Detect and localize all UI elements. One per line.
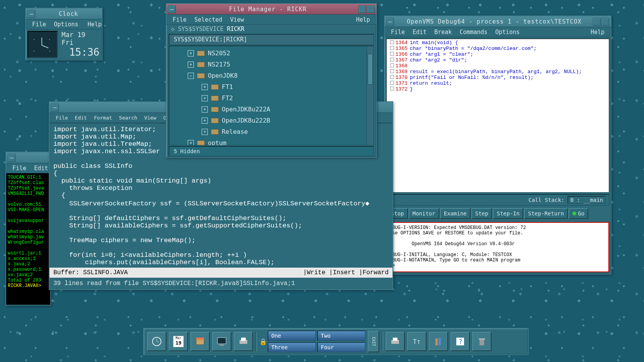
expander-icon[interactable]: + — [202, 95, 208, 101]
clock-titlebar[interactable]: – Clock — [26, 9, 102, 19]
eve-menu-view[interactable]: View — [141, 114, 159, 121]
lock-icon[interactable]: 🔒 — [259, 338, 265, 345]
dbg-step-in-button[interactable]: Step-In — [493, 208, 523, 219]
expander-icon[interactable]: + — [202, 106, 208, 113]
expander-icon[interactable]: + — [188, 61, 194, 68]
taskbar-printer-button[interactable] — [234, 332, 253, 351]
breakpoint-box[interactable] — [390, 52, 394, 56]
fm-path[interactable]: SYS$SYSDEVICE:[RICKR] — [169, 34, 374, 45]
dbg-examine-button[interactable]: Examine — [440, 208, 471, 219]
dbg-menu-file[interactable]: File — [388, 28, 408, 36]
scrollbar[interactable] — [367, 46, 373, 145]
clock-menu-help[interactable]: Help — [84, 20, 104, 29]
separator — [382, 332, 383, 351]
tree-item[interactable]: +FT1 — [188, 81, 373, 92]
dbg-step-return-button[interactable]: Step-Return — [524, 208, 568, 219]
dbg-monitor-button[interactable]: Monitor — [409, 208, 439, 219]
folder-icon — [211, 118, 219, 123]
scrollbar-thumb[interactable] — [368, 54, 373, 85]
tree-item[interactable]: +Release — [188, 126, 373, 137]
tree-item[interactable]: +FT2 — [188, 92, 373, 104]
breakpoint-box[interactable] — [390, 69, 394, 73]
clock-time: 15:36 — [62, 46, 99, 58]
clock-window: – Clock File Options Help Mar 19 Fri 15:… — [25, 8, 103, 60]
dbg-menu-options[interactable]: Options — [492, 28, 523, 36]
fm-menu-help[interactable]: Help — [353, 15, 373, 24]
taskbar: Mar 19 🔒 One Two Three Four EXIT Tт ? — [143, 328, 529, 355]
pager-four[interactable]: Four — [317, 342, 365, 352]
folder-icon — [211, 84, 219, 90]
terminal-titlebar[interactable]: – — [6, 152, 50, 163]
fm-menu-selected[interactable]: Selected — [191, 15, 225, 24]
dbg-menubar: File Edit Break Commands Options Help — [385, 27, 611, 37]
minimize-icon[interactable] — [593, 18, 601, 26]
taskbar-print2-button[interactable] — [385, 332, 405, 351]
clock-menu-file[interactable]: File — [29, 20, 49, 29]
taskbar-trash-button[interactable] — [472, 332, 492, 351]
expander-icon[interactable]: + — [202, 129, 208, 135]
tree-item[interactable]: +OpenJDK8u222A — [188, 104, 373, 115]
sysmenu-icon[interactable]: – — [51, 104, 59, 111]
term-menu-edit[interactable]: Edit — [31, 164, 51, 172]
tree-item[interactable]: +optum — [188, 137, 373, 145]
sysmenu-icon[interactable]: – — [8, 154, 15, 162]
taskbar-calendar-button[interactable]: Mar 19 — [169, 332, 188, 351]
expander-icon[interactable]: − — [188, 73, 194, 79]
pager-two[interactable]: Two — [317, 331, 365, 341]
expander-icon[interactable]: + — [188, 50, 194, 56]
fm-menu-file[interactable]: File — [170, 15, 190, 24]
exit-button[interactable]: EXIT — [368, 331, 379, 352]
sysmenu-icon[interactable]: – — [168, 5, 176, 13]
clock-menu-options[interactable]: Options — [51, 20, 81, 29]
pager-one[interactable]: One — [268, 331, 316, 341]
taskbar-help-button[interactable]: ? — [450, 332, 470, 351]
taskbar-clock-button[interactable] — [147, 332, 166, 351]
fm-status: 5 Hidden — [169, 146, 374, 156]
eve-menu-search[interactable]: Search — [116, 114, 140, 121]
dbg-menu-commands[interactable]: Commands — [456, 28, 490, 36]
breakpoint-box[interactable] — [390, 87, 394, 90]
eve-statusbar: Buffer: SSLINFO.JAVA | Write | Insert | … — [50, 268, 392, 278]
fm-titlebar[interactable]: – File Manager - RICKR — [166, 4, 376, 15]
eve-menu-file[interactable]: File — [53, 114, 71, 121]
eve-menu-format[interactable]: Format — [91, 114, 115, 121]
breakpoint-box[interactable] — [390, 46, 394, 50]
breakpoint-box[interactable] — [390, 63, 394, 67]
tree-item[interactable]: −OpenJDK8 — [188, 70, 373, 81]
maximize-icon[interactable] — [367, 5, 375, 13]
expander-icon[interactable]: + — [188, 140, 194, 146]
terminal-output[interactable]: TOUCAN.GIF;1 TZoffset.clas TZoffset.java… — [6, 173, 50, 305]
taskbar-fonts-button[interactable]: Tт — [407, 332, 426, 351]
breakpoint-box[interactable] — [390, 58, 394, 61]
sysmenu-icon[interactable]: – — [386, 18, 394, 26]
dbg-menu-break[interactable]: Break — [431, 28, 455, 36]
term-menu-file[interactable]: File — [9, 164, 29, 172]
dbg-titlebar[interactable]: – OpenVMS Debug64 - process 1 - testcox\… — [385, 16, 611, 27]
sysmenu-icon[interactable]: – — [27, 10, 35, 18]
maximize-icon[interactable] — [601, 18, 609, 26]
dbg-step-button[interactable]: Step — [471, 208, 492, 219]
dbg-code-area[interactable]: 136413651366136713681369137013711372 int… — [386, 39, 609, 193]
expander-icon[interactable]: + — [202, 118, 208, 124]
tree-item[interactable]: +OpenJDK8u222B — [188, 115, 373, 126]
dbg-console[interactable]: EBUG-I-VERSION: Expected VMSDEBUG.DAT ve… — [386, 222, 609, 272]
taskbar-files-button[interactable] — [190, 332, 210, 351]
tree-item[interactable]: +NS2052 — [188, 48, 373, 59]
dbg-callstack-value[interactable]: 0 : __main — [568, 196, 606, 204]
minimize-icon[interactable] — [358, 5, 366, 13]
clock-menubar: File Options Help — [26, 19, 102, 29]
eve-menu-edit[interactable]: Edit — [72, 114, 90, 121]
dbg-menu-edit[interactable]: Edit — [409, 28, 430, 36]
taskbar-tools-button[interactable] — [429, 332, 448, 351]
breakpoint-box[interactable] — [390, 75, 394, 79]
dbg-menu-help[interactable]: Help — [587, 28, 608, 36]
font-icon: Tт — [411, 336, 422, 347]
fm-menu-view[interactable]: View — [227, 15, 247, 24]
pager-three[interactable]: Three — [268, 342, 316, 352]
taskbar-terminal-button[interactable] — [212, 332, 231, 351]
tree-item[interactable]: +NS2175 — [188, 59, 373, 70]
dbg-go-button[interactable]: Go — [569, 208, 588, 219]
breakpoint-box[interactable] — [390, 81, 394, 85]
expander-icon[interactable]: + — [202, 84, 208, 90]
breakpoint-box[interactable] — [390, 40, 394, 44]
